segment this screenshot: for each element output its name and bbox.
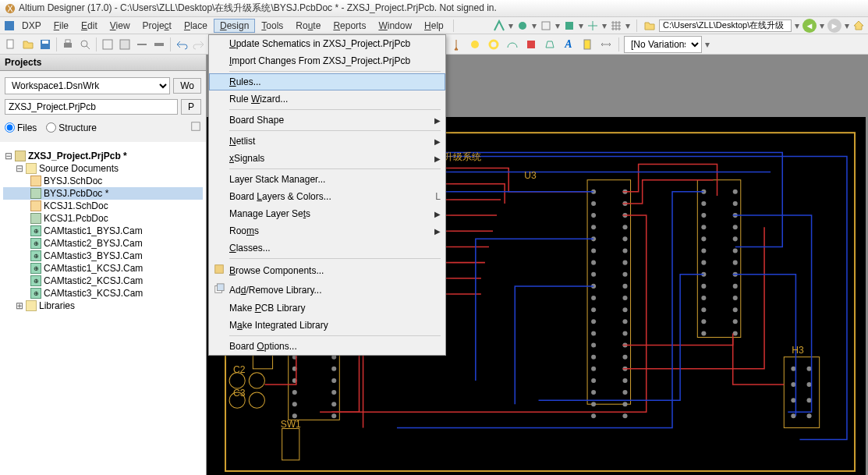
dd-layer-stack[interactable]: Layer Stack Manager... — [209, 171, 445, 188]
design-icon3[interactable] — [540, 19, 552, 32]
menu-file[interactable]: File — [48, 19, 75, 33]
dd-rules[interactable]: Rules... — [209, 73, 445, 90]
dd-make-pcb-library[interactable]: Make PCB Library — [209, 300, 445, 317]
tree-file[interactable]: ⊕CAMtastic2_KCSJ.Cam — [3, 275, 203, 287]
dd-board-shape[interactable]: Board Shape▶ — [209, 112, 445, 129]
svg-rect-5 — [565, 22, 573, 30]
design-icon2[interactable] — [516, 19, 529, 32]
open-icon[interactable] — [20, 37, 36, 52]
save-icon[interactable] — [37, 37, 53, 52]
design-icon5[interactable] — [586, 19, 599, 32]
tb-icon-b[interactable] — [117, 37, 133, 52]
tb-icon-d[interactable] — [151, 37, 167, 52]
svg-rect-13 — [120, 40, 129, 49]
pin-icon[interactable] — [448, 37, 464, 52]
variations-select[interactable]: [No Variations] — [624, 36, 702, 53]
design-icon4[interactable] — [563, 19, 576, 32]
preview-icon[interactable] — [77, 37, 93, 52]
svg-point-49 — [701, 225, 706, 229]
dd-rule-wizard[interactable]: Rule Wizard... — [209, 90, 445, 108]
svg-point-17 — [471, 41, 479, 48]
dim-icon[interactable] — [598, 37, 614, 52]
nav-fwd-icon[interactable]: ► — [827, 19, 841, 33]
tree-file[interactable]: ⊕CAMtastic3_BYSJ.Cam — [3, 250, 203, 262]
dd-board-layers[interactable]: Board Layers & Colors...L — [209, 188, 445, 205]
dd-make-integrated-library[interactable]: Make Integrated Library — [209, 317, 445, 334]
menu-window[interactable]: Window — [372, 19, 418, 33]
tree-file[interactable]: ⊕CAMtastic2_BYSJ.Cam — [3, 237, 203, 250]
dd-rooms[interactable]: Rooms▶ — [209, 222, 445, 239]
arc2-icon[interactable] — [505, 37, 520, 52]
tree-file[interactable]: ⊕CAMtastic1_BYSJ.Cam — [3, 225, 203, 237]
dd-xsignals[interactable]: xSignals▶ — [209, 150, 445, 167]
menu-project[interactable]: Project — [136, 19, 178, 33]
svg-point-69 — [733, 307, 738, 312]
dd-add-remove-library[interactable]: Add/Remove Library... — [209, 280, 445, 300]
project-button[interactable]: P — [181, 99, 201, 115]
project-input[interactable] — [5, 99, 178, 115]
svg-text:X: X — [7, 3, 12, 12]
ring-icon[interactable] — [486, 37, 501, 52]
menu-view[interactable]: View — [104, 19, 136, 33]
svg-point-50 — [701, 236, 706, 241]
svg-point-56 — [701, 307, 706, 312]
fill-icon[interactable] — [523, 37, 539, 52]
nav-back-icon[interactable]: ◄ — [802, 19, 817, 33]
dd-import-changes[interactable]: Import Changes From ZXSJ_Project.PrjPcb — [209, 52, 445, 69]
poly-icon[interactable] — [542, 37, 558, 52]
menu-help[interactable]: Help — [418, 19, 450, 33]
svg-point-11 — [81, 41, 87, 47]
dd-netlist[interactable]: Netlist▶ — [209, 133, 445, 150]
menu-place[interactable]: Place — [178, 19, 214, 33]
menu-route[interactable]: Route — [289, 19, 327, 33]
dd-manage-layer-sets[interactable]: Manage Layer Sets▶ — [209, 205, 445, 222]
menu-edit[interactable]: Edit — [75, 19, 104, 33]
redo-icon[interactable] — [191, 37, 207, 52]
svg-rect-4 — [542, 22, 550, 30]
filter-structure-radio[interactable]: Structure — [46, 122, 97, 133]
comp-icon[interactable] — [579, 37, 595, 52]
tree-file[interactable]: KCSJ1.SchDoc — [3, 200, 203, 212]
menu-design[interactable]: Design — [214, 19, 255, 33]
path-input[interactable] — [659, 19, 792, 32]
menu-reports[interactable]: Reports — [327, 19, 372, 33]
tree-file[interactable]: BYSJ.PcbDoc * — [3, 187, 203, 200]
print-icon[interactable] — [60, 37, 76, 52]
tree-file[interactable]: KCSJ1.PcbDoc — [3, 212, 203, 225]
workspace-select[interactable]: Workspace1.DsnWrk — [5, 77, 170, 94]
filter-settings-icon[interactable] — [190, 121, 201, 134]
tree-libraries[interactable]: ⊞Libraries — [3, 300, 203, 312]
tb-icon-a[interactable] — [100, 37, 115, 52]
menu-tools[interactable]: Tools — [255, 19, 289, 33]
tree-file[interactable]: BYSJ.SchDoc — [3, 175, 203, 187]
workspace-button[interactable]: Wo — [173, 78, 201, 94]
text-icon[interactable]: A — [561, 37, 576, 52]
svg-text:C3: C3 — [233, 388, 246, 399]
svg-point-63 — [733, 236, 738, 241]
dxp-icon[interactable] — [3, 19, 16, 32]
dd-classes[interactable]: Classes... — [209, 239, 445, 257]
menu-dxp[interactable]: DXP — [16, 19, 48, 33]
new-icon[interactable] — [3, 37, 19, 52]
svg-rect-2 — [5, 21, 14, 30]
dd-board-options[interactable]: Board Options... — [209, 338, 445, 355]
tree-folder[interactable]: ⊟Source Documents — [3, 162, 203, 175]
filter-files-radio[interactable]: Files — [5, 122, 37, 133]
undo-icon[interactable] — [174, 37, 190, 52]
svg-text:H3: H3 — [792, 345, 804, 356]
home-icon[interactable] — [852, 19, 865, 32]
folder-icon[interactable] — [643, 19, 656, 32]
tb-icon-c[interactable] — [134, 37, 150, 52]
dd-update-schematics[interactable]: Update Schematics in ZXSJ_Project.PrjPcb — [209, 35, 445, 52]
dd-browse-components[interactable]: Browse Components... — [209, 261, 445, 280]
tree-file[interactable]: ⊕CAMtastic3_KCSJ.Cam — [3, 287, 203, 300]
design-icon1[interactable] — [493, 19, 505, 32]
grid-icon[interactable] — [610, 19, 622, 32]
tree-root[interactable]: ⊟ZXSJ_Project.PrjPcb * — [3, 150, 203, 162]
svg-rect-21 — [192, 122, 200, 131]
svg-point-3 — [519, 22, 526, 30]
svg-point-54 — [701, 284, 706, 289]
circle-y-icon[interactable] — [467, 37, 483, 52]
svg-point-51 — [701, 248, 706, 253]
tree-file[interactable]: ⊕CAMtastic1_KCSJ.Cam — [3, 262, 203, 275]
